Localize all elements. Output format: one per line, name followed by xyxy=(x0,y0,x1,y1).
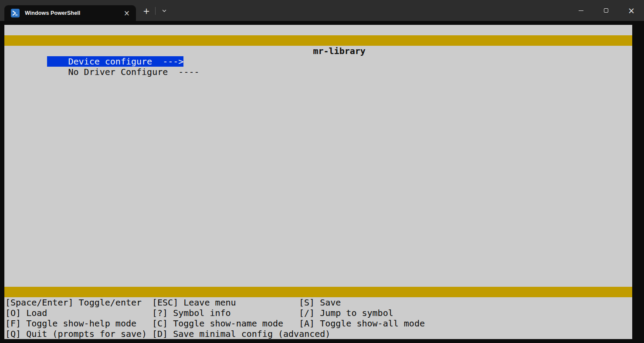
terminal-window: Windows PowerShell × + × xyxy=(0,0,644,343)
help-entry: [Q] Quit (prompts for save) xyxy=(5,329,147,339)
help-row-4: [Q] Quit (prompts for save) [D] Save min… xyxy=(4,329,632,339)
help-entry: [D] Save minimal config (advanced) xyxy=(152,329,330,339)
help-entry: [Space/Enter] Toggle/enter xyxy=(5,297,142,308)
terminal-body[interactable]: (Top) mr-library Device configure ---> N… xyxy=(0,21,644,343)
close-button[interactable]: × xyxy=(619,0,644,21)
breadcrumb-row: (Top) xyxy=(4,25,632,35)
help-entry: [C] Toggle show-name mode xyxy=(152,318,283,329)
menu-item-label: No Driver Configure ---- xyxy=(47,67,199,77)
help-row-2: [O] Load [?] Symbol info [/] Jump to sym… xyxy=(4,308,632,318)
help-entry: [F] Toggle show-help mode xyxy=(5,318,136,329)
maximize-icon xyxy=(604,8,608,13)
titlebar[interactable]: Windows PowerShell × + × xyxy=(0,0,644,21)
powershell-icon xyxy=(11,9,20,17)
menu-item-no-driver-configure[interactable]: No Driver Configure ---- xyxy=(4,56,632,67)
help-entry: [/] Jump to symbol xyxy=(299,308,393,318)
new-tab-button[interactable]: + xyxy=(139,7,154,15)
help-row-1: [Space/Enter] Toggle/enter [ESC] Leave m… xyxy=(4,297,632,308)
help-entry: [?] Symbol info xyxy=(152,308,231,318)
window-controls: × xyxy=(568,0,644,21)
menuconfig-screen: (Top) mr-library Device configure ---> N… xyxy=(4,25,632,339)
tab-close-icon[interactable]: × xyxy=(122,10,132,17)
tab-bar-divider xyxy=(155,7,156,15)
minimize-icon xyxy=(579,10,583,11)
help-entry: [O] Load xyxy=(5,308,47,318)
help-entry: [A] Toggle show-all mode xyxy=(299,318,425,329)
close-icon: × xyxy=(628,7,635,15)
tab-windows-powershell[interactable]: Windows PowerShell × xyxy=(4,5,136,21)
separator-bar xyxy=(4,287,632,297)
tab-title: Windows PowerShell xyxy=(25,10,122,16)
menu-title-bar: mr-library xyxy=(4,35,632,46)
help-row-3: [F] Toggle show-help mode [C] Toggle sho… xyxy=(4,318,632,329)
minimize-button[interactable] xyxy=(568,0,593,21)
menu-item-device-configure[interactable]: Device configure ---> xyxy=(4,46,632,56)
menu-empty-area xyxy=(4,67,632,287)
chevron-down-icon xyxy=(162,8,167,15)
tab-dropdown-button[interactable] xyxy=(157,8,171,15)
maximize-button[interactable] xyxy=(593,0,619,21)
help-entry: [ESC] Leave menu xyxy=(152,297,236,308)
help-entry: [S] Save xyxy=(299,297,341,308)
